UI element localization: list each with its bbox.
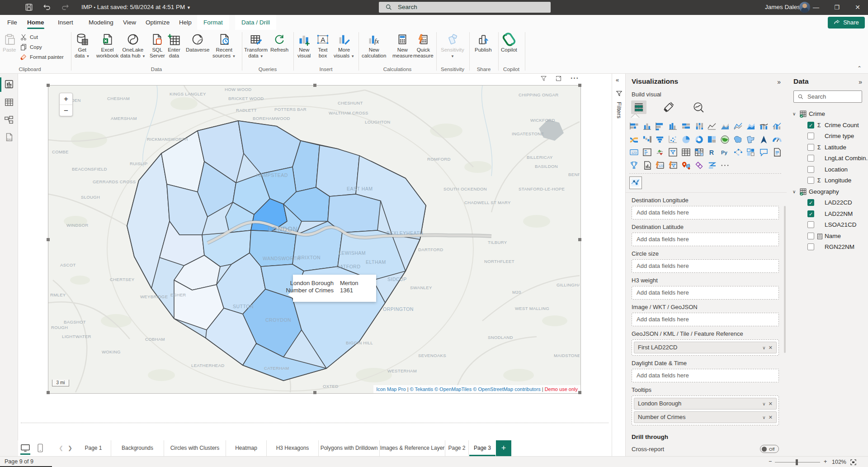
next-page-arrow[interactable]: ❯	[68, 445, 72, 451]
desktop-layout-icon[interactable]	[20, 444, 30, 452]
cross-report-toggle[interactable]: Off	[760, 445, 779, 453]
table-row-crime[interactable]: ∨ Crime	[788, 109, 868, 119]
page-tab-h3-hexagons[interactable]: H3 Hexagons	[267, 440, 319, 456]
resize-handle[interactable]	[47, 238, 50, 241]
field-row[interactable]: Σ Longitude	[788, 175, 868, 186]
visual-type-kpi[interactable]	[655, 148, 665, 157]
tab-analytics[interactable]	[691, 100, 706, 114]
page-tab-images-reference-layer[interactable]: Images & Reference Layer	[380, 440, 445, 456]
visual-type-R[interactable]: R	[707, 148, 717, 157]
field-checkbox[interactable]	[807, 221, 814, 228]
field-row[interactable]: RGN22NM	[788, 242, 868, 253]
visual-type-table[interactable]	[681, 148, 691, 157]
fit-to-page-icon[interactable]	[850, 459, 857, 466]
selected-visual-icon-map-pro[interactable]	[629, 176, 642, 189]
resize-handle[interactable]	[313, 391, 316, 394]
tab-format-visual[interactable]	[661, 100, 676, 114]
refresh-button[interactable]: Refresh	[270, 32, 288, 53]
onelake-data-hub-button[interactable]: OneLakedata hub ▼	[120, 32, 146, 59]
field-checkbox[interactable]	[807, 166, 814, 173]
dataverse-button[interactable]: Dataverse	[186, 32, 209, 53]
visual-type-scatter[interactable]	[668, 135, 678, 145]
copy-button[interactable]: Copy	[20, 43, 42, 52]
field-row[interactable]: Name	[788, 231, 868, 242]
visual-type-arrow[interactable]	[759, 135, 769, 145]
visual-type-mcard[interactable]	[642, 148, 652, 157]
field-row[interactable]: LAD22CD	[788, 197, 868, 208]
visual-type-donut[interactable]	[694, 135, 704, 145]
field-row[interactable]: LAD22NM	[788, 209, 868, 219]
resize-handle[interactable]	[578, 238, 581, 241]
resize-handle[interactable]	[578, 391, 581, 394]
report-view-icon[interactable]	[4, 79, 14, 89]
field-checkbox[interactable]	[807, 133, 814, 139]
menu-format[interactable]: Format	[197, 15, 229, 30]
visual-type-diamonds[interactable]	[694, 161, 704, 171]
visual-type-pinmap[interactable]	[681, 161, 691, 171]
map-zoom-control[interactable]: + −	[59, 93, 73, 116]
menu-data-drill[interactable]: Data / Drill	[235, 15, 276, 30]
paste-button[interactable]: Paste	[3, 32, 16, 53]
visual-type-zflow[interactable]	[707, 161, 717, 171]
filters-pane-collapsed[interactable]: « Filters	[612, 74, 626, 456]
maximize-button[interactable]: ❐	[826, 0, 847, 15]
focus-mode-icon[interactable]	[555, 76, 562, 83]
page-tab-heatmap[interactable]: Heatmap	[226, 440, 267, 456]
field-well-empty[interactable]: Add data fields here	[632, 206, 779, 219]
visual-type-sbar2[interactable]	[655, 122, 665, 132]
zoom-in-button[interactable]: +	[824, 458, 827, 465]
field-well[interactable]: First LAD22CD∨ ✕	[632, 339, 779, 356]
visual-type-Py[interactable]: Py	[720, 148, 730, 157]
page-tab-polygons-with-drilldown[interactable]: Polygons with Drilldown	[319, 440, 380, 456]
table-row-geography[interactable]: ∨ Geography	[788, 186, 868, 197]
visual-type-ribbon[interactable]	[629, 135, 639, 145]
visual-type-dtree[interactable]	[733, 148, 743, 157]
field-checkbox[interactable]	[807, 144, 814, 151]
undo-icon[interactable]	[43, 3, 51, 11]
tab-build-visual[interactable]	[631, 100, 646, 114]
visual-type-card[interactable]: 123	[629, 148, 639, 157]
field-checkbox[interactable]	[807, 155, 814, 162]
expand-filters-icon[interactable]: «	[616, 76, 619, 83]
menu-home[interactable]: Home	[25, 15, 46, 30]
visual-type-line[interactable]	[707, 122, 717, 132]
recent-sources-button[interactable]: Recentsources ▼	[212, 32, 236, 59]
get-data-button[interactable]: Getdata ▼	[75, 32, 90, 59]
report-canvas[interactable]: SENDENCHESHAMAMERSHAMHOW WOODKINGS LANGL…	[18, 74, 612, 440]
page-tab-circles-with-clusters[interactable]: Circles with Clusters	[164, 440, 226, 456]
resize-handle[interactable]	[578, 84, 581, 87]
field-checkbox[interactable]	[807, 177, 814, 184]
field-row[interactable]: Σ Crime Count	[788, 120, 868, 131]
visual-type-col100[interactable]	[694, 122, 704, 132]
visual-type-bolt123[interactable]: 123	[655, 161, 665, 171]
visual-type-col[interactable]	[642, 122, 652, 132]
zoom-out-button[interactable]: −	[769, 458, 772, 465]
field-checkbox[interactable]	[807, 243, 814, 250]
more-options-icon[interactable]: ···	[571, 74, 579, 82]
visual-type-boltslicer[interactable]	[668, 161, 678, 171]
new-measure-button[interactable]: Newmeasure	[392, 32, 413, 59]
field-well-empty[interactable]: Add data fields here	[632, 313, 779, 326]
field-well-empty[interactable]: Add data fields here	[632, 259, 779, 273]
visual-type-line2[interactable]	[733, 122, 743, 132]
resize-handle[interactable]	[313, 84, 316, 87]
visual-type-col2[interactable]	[668, 122, 678, 132]
table-view-icon[interactable]	[4, 97, 14, 107]
share-button[interactable]: Share	[828, 17, 865, 29]
field-well[interactable]: London Borough∨ ✕Number of Crimes∨ ✕	[632, 396, 779, 425]
menu-view[interactable]: View	[121, 15, 138, 30]
document-title[interactable]: IMP • Last saved: 5/8/2024 at 4:51 PM ▼	[81, 4, 191, 10]
more-visuals-button[interactable]: Morevisuals ▼	[334, 32, 354, 59]
resize-handle[interactable]	[47, 84, 50, 87]
visual-type-report[interactable]	[642, 161, 652, 171]
new-calculation-button[interactable]: fxNewcalculation	[362, 32, 386, 59]
data-search-input[interactable]: Search	[793, 91, 862, 103]
field-checkbox[interactable]	[807, 199, 814, 206]
close-button[interactable]: ✕	[847, 0, 868, 15]
visual-type-matrix[interactable]	[694, 148, 704, 157]
dax-query-view-icon[interactable]: DAX	[4, 133, 14, 143]
map-zoom-in-button[interactable]: +	[60, 93, 72, 105]
visual-type-waterfall[interactable]	[642, 135, 652, 145]
field-row[interactable]: Crime type	[788, 131, 868, 142]
field-pill[interactable]: First LAD22CD∨ ✕	[634, 342, 777, 353]
